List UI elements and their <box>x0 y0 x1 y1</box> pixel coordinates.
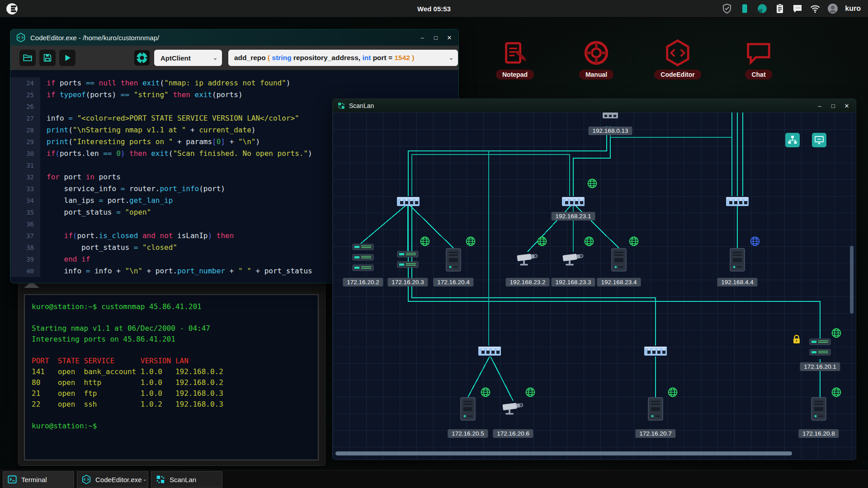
horizontal-scrollbar[interactable] <box>335 451 792 455</box>
maximize-button[interactable]: □ <box>432 34 439 41</box>
desktop-icon-chat[interactable]: Chat <box>725 39 793 80</box>
notepad-icon <box>501 39 529 67</box>
desktop-icon-label: Notepad <box>496 70 534 80</box>
sw-d-device[interactable] <box>478 346 501 357</box>
code-text: info = info + "\n" + port.port_number + … <box>40 265 312 277</box>
code-editor-titlebar[interactable]: CodeEditor.exe - /home/kuro/customnmap/ … <box>10 29 458 46</box>
terminal-line: Starting nmap v1.1 at 06/Dec/2000 - 04:4… <box>32 323 318 334</box>
library-dropdown-value: AptClient <box>160 54 191 62</box>
open-file-button[interactable] <box>19 50 36 66</box>
sw-e-device[interactable] <box>644 346 667 357</box>
sw-a-device[interactable] <box>396 196 420 207</box>
os-logo-icon[interactable] <box>6 3 18 15</box>
n-172-16-20-2-device[interactable] <box>352 244 374 272</box>
n-172-16-20-5-device[interactable] <box>460 397 476 421</box>
ip-label: 172.16.20.1 <box>800 362 840 371</box>
scanlan-window[interactable]: ScanLan – □ ✕ 192.168.0.13192.168.23.117… <box>332 99 856 460</box>
window-title: ScanLan <box>349 102 374 109</box>
desktop-icon-codeeditor[interactable]: CodeEditor <box>644 39 712 80</box>
terminal-line: 141 open bank_account 1.0.0 192.168.0.2 <box>32 366 318 377</box>
pie-icon[interactable] <box>757 3 768 14</box>
n-172-16-20-1-device[interactable] <box>809 338 831 357</box>
code-text: if(port.is_closed and not isLanIp) then <box>40 230 234 242</box>
clipboard-icon[interactable] <box>774 3 785 14</box>
n-192-168-23-3-device[interactable] <box>562 252 585 267</box>
sw-b-device[interactable] <box>561 196 585 207</box>
avatar-icon[interactable] <box>827 3 838 14</box>
desktop-icon-manual[interactable]: Manual <box>562 39 630 80</box>
n-192-168-23-4-device[interactable] <box>611 248 627 272</box>
map-tool-sitemap-button[interactable] <box>785 133 800 147</box>
n-172-16-20-3-device[interactable] <box>397 251 419 269</box>
top-device-device[interactable] <box>602 113 618 119</box>
ip-label: 192.168.23.3 <box>552 278 595 286</box>
shield-icon[interactable] <box>722 3 732 14</box>
internet-globe-icon <box>420 236 430 247</box>
internet-globe-icon <box>465 236 476 247</box>
function-signature-hint[interactable]: add_repo ( string repository_address, in… <box>228 50 458 66</box>
terminal-line: 22 open ssh 1.0.2 192.168.0.3 <box>32 399 318 410</box>
line-number: 30 <box>10 148 40 160</box>
ip-label: 192.168.23.2 <box>506 278 550 286</box>
code-text: print("\nStarting nmap v1.1 at " + curre… <box>40 124 255 136</box>
wifi-icon[interactable] <box>810 3 821 14</box>
desktop-icon-label: Manual <box>579 70 613 80</box>
n-192-168-4-4-device[interactable] <box>729 248 745 272</box>
n-172-16-20-4-device[interactable] <box>445 248 462 272</box>
chatsq-icon[interactable] <box>792 3 803 14</box>
n-172-16-20-7-device[interactable] <box>647 397 664 421</box>
code-text: end if <box>40 253 90 265</box>
scannet-icon <box>151 474 170 484</box>
scanlan-titlebar[interactable]: ScanLan – □ ✕ <box>333 99 856 113</box>
library-dropdown[interactable]: AptClient ⌄ <box>154 50 222 66</box>
line-number: 34 <box>10 195 40 206</box>
ip-label: 192.168.0.13 <box>589 127 632 135</box>
ip-label: 172.16.20.7 <box>635 429 675 438</box>
window-title: CodeEditor.exe - /home/kuro/customnmap/ <box>30 34 159 42</box>
close-button[interactable]: ✕ <box>843 103 850 109</box>
save-button[interactable] <box>39 50 56 66</box>
codehexcyan-icon <box>77 474 95 484</box>
network-map[interactable]: 192.168.0.13192.168.23.1172.16.20.2172.1… <box>333 113 855 459</box>
internet-globe-icon <box>831 328 842 338</box>
code-text: if ports == null then exit("nmap: ip add… <box>40 77 290 89</box>
line-number: 29 <box>10 136 40 148</box>
line-number: 31 <box>10 160 40 171</box>
terminal-window[interactable]: kuro@station:~$ customnmap 45.86.41.201 … <box>18 273 326 466</box>
n-172-16-20-6-device[interactable] <box>502 401 524 416</box>
ip-label: 192.168.23.1 <box>552 212 595 221</box>
sw-c-device[interactable] <box>726 196 749 207</box>
line-number: 40 <box>10 265 40 277</box>
terminal-line: 80 open http 1.0.0 192.168.0.2 <box>32 377 318 388</box>
battery-icon[interactable] <box>739 3 750 14</box>
desktop-icon-notepad[interactable]: Notepad <box>481 39 549 80</box>
internet-globe-icon <box>587 178 598 189</box>
map-tool-monitor-button[interactable] <box>812 133 826 147</box>
internet-globe-icon <box>750 236 760 247</box>
taskbar-item-label: Terminal <box>21 476 47 483</box>
ip-label: 172.16.20.8 <box>798 429 839 438</box>
terminal-line: PORT STATE SERVICE VERSION LAN <box>32 356 318 366</box>
run-button[interactable] <box>59 50 75 66</box>
close-button[interactable]: ✕ <box>446 34 453 41</box>
line-number: 37 <box>10 230 40 242</box>
code-line[interactable]: 24if ports == null then exit("nmap: ip a… <box>10 77 458 89</box>
taskbar-item-label: ScanLan <box>170 476 196 483</box>
code-text: print("Interesting ports on " + params[0… <box>40 136 260 148</box>
n-192-168-23-2-device[interactable] <box>516 252 539 267</box>
minimize-button[interactable]: – <box>816 103 823 109</box>
taskbar-item-terminal[interactable]: Terminal <box>3 471 74 488</box>
chat-icon <box>745 39 773 67</box>
vertical-scrollbar[interactable] <box>850 246 854 314</box>
minimize-button[interactable]: – <box>419 34 426 41</box>
code-text <box>40 160 47 171</box>
taskbar-item-scanlan[interactable]: ScanLan <box>151 471 222 488</box>
terminal-line: 21 open ftp 1.0.0 192.168.0.3 <box>32 388 318 399</box>
line-number: 38 <box>10 242 40 253</box>
desktop-icon-label: CodeEditor <box>654 70 701 80</box>
terminal-screen[interactable]: kuro@station:~$ customnmap 45.86.41.201 … <box>24 294 319 460</box>
maximize-button[interactable]: □ <box>830 103 837 109</box>
n-172-16-20-8-device[interactable] <box>811 397 827 421</box>
line-number: 27 <box>10 113 40 124</box>
taskbar-item-codeeditor-exe-[interactable]: CodeEditor.exe - … <box>77 471 148 488</box>
